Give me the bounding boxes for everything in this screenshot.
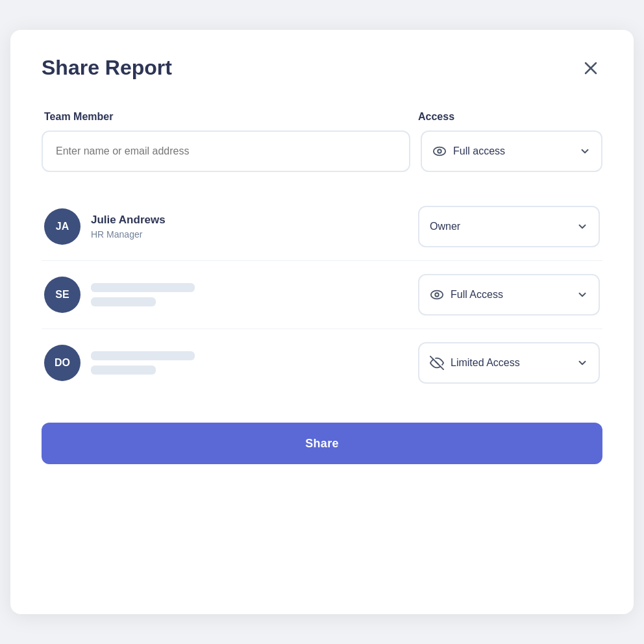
svg-point-2 — [434, 147, 445, 156]
access-label-ja: Owner — [430, 221, 460, 232]
chevron-down-icon-ja — [576, 221, 588, 232]
access-dropdown-ja[interactable]: Owner — [418, 206, 600, 247]
member-name-ja: Julie Andrews — [91, 214, 166, 227]
chevron-down-icon — [579, 145, 591, 157]
avatar-ja: JA — [44, 208, 80, 245]
share-button[interactable]: Share — [42, 423, 602, 464]
chevron-down-icon-se — [576, 289, 588, 301]
access-dropdown-se[interactable]: Full Access — [418, 274, 600, 316]
close-icon — [582, 59, 600, 77]
chevron-down-icon-do — [576, 357, 588, 369]
member-row-do: DO Limited Access — [42, 329, 602, 397]
eye-icon — [432, 144, 447, 158]
name-email-input[interactable] — [42, 130, 410, 172]
team-column-header: Team Member — [44, 111, 418, 123]
svg-point-3 — [438, 149, 441, 153]
eye-icon-se — [430, 288, 444, 302]
eye-off-icon-do — [430, 356, 444, 370]
dialog-header: Share Report — [42, 56, 602, 80]
access-label-do: Limited Access — [451, 357, 520, 369]
close-button[interactable] — [579, 56, 602, 80]
svg-point-5 — [435, 293, 439, 297]
access-dropdown-do[interactable]: Limited Access — [418, 342, 600, 384]
skeleton-role-se — [91, 297, 156, 306]
default-access-label: Full access — [453, 145, 505, 157]
svg-line-7 — [436, 362, 439, 365]
avatar-se: SE — [44, 277, 80, 313]
skeleton-name-do — [91, 351, 195, 360]
member-role-ja: HR Manager — [91, 229, 166, 240]
access-label-se: Full Access — [451, 289, 503, 301]
default-access-dropdown[interactable]: Full access — [421, 130, 602, 172]
access-column-header: Access — [418, 111, 600, 123]
svg-point-4 — [431, 291, 443, 299]
member-row-se: SE Full Access — [42, 261, 602, 329]
columns-header: Team Member Access — [42, 111, 602, 123]
skeleton-name-se — [91, 283, 195, 292]
skeleton-role-do — [91, 365, 156, 375]
share-report-dialog: Share Report Team Member Access Full acc… — [10, 30, 634, 614]
member-row-ja: JA Julie Andrews HR Manager Owner — [42, 193, 602, 261]
add-member-row: Full access — [42, 130, 602, 172]
dialog-title: Share Report — [42, 56, 172, 80]
avatar-do: DO — [44, 345, 80, 381]
